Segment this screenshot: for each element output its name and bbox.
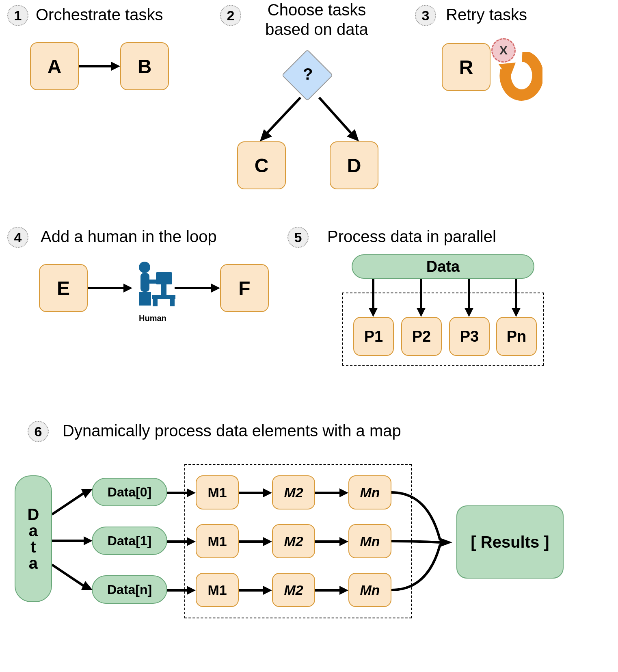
m1-rn: M1 bbox=[196, 573, 239, 607]
data-pill-s5: Data bbox=[352, 254, 534, 279]
svg-marker-25 bbox=[465, 308, 473, 317]
title-5: Process data in parallel bbox=[327, 228, 496, 246]
svg-marker-39 bbox=[339, 488, 348, 497]
task-b: B bbox=[120, 42, 169, 90]
m2-r0: M2 bbox=[272, 475, 315, 509]
task-p2: P2 bbox=[401, 317, 442, 356]
arrow-data-p1 bbox=[367, 279, 379, 317]
arrow-data-pn bbox=[510, 279, 522, 317]
task-pn: Pn bbox=[496, 317, 537, 356]
svg-point-9 bbox=[139, 262, 150, 273]
svg-marker-35 bbox=[187, 488, 196, 497]
rn-d-to-m1 bbox=[167, 584, 196, 596]
badge-4: 4 bbox=[7, 227, 28, 248]
arrow-data-p2 bbox=[415, 279, 427, 317]
badge-6: 6 bbox=[28, 421, 49, 442]
m1-r0: M1 bbox=[196, 475, 239, 509]
svg-marker-21 bbox=[369, 308, 378, 317]
retry-loop-icon bbox=[498, 52, 542, 101]
r0-m1-m2 bbox=[239, 487, 272, 499]
arrow-a-to-b bbox=[79, 60, 120, 72]
svg-rect-11 bbox=[139, 292, 151, 306]
task-f: F bbox=[220, 264, 269, 312]
rn-m2-mn bbox=[315, 584, 348, 596]
badge-3: 3 bbox=[415, 5, 436, 26]
svg-rect-14 bbox=[161, 284, 166, 296]
svg-marker-31 bbox=[84, 536, 93, 545]
svg-rect-13 bbox=[156, 272, 172, 284]
r0-m2-mn bbox=[315, 487, 348, 499]
arrow-diamond-to-d bbox=[311, 94, 364, 143]
badge-2: 2 bbox=[220, 5, 241, 26]
svg-line-2 bbox=[267, 98, 300, 133]
title-1: Orchestrate tasks bbox=[36, 6, 163, 24]
title-2: Choose tasks based on data bbox=[252, 0, 382, 39]
arrow-data-p3 bbox=[463, 279, 475, 317]
arrow-data-to-row0 bbox=[52, 486, 93, 518]
merge-curves bbox=[391, 483, 460, 601]
m2-rn: M2 bbox=[272, 573, 315, 607]
decision-label: ? bbox=[303, 65, 313, 83]
r1-m1-m2 bbox=[239, 535, 272, 548]
svg-line-28 bbox=[52, 493, 84, 514]
task-p3: P3 bbox=[449, 317, 490, 356]
results-box: [ Results ] bbox=[456, 505, 564, 579]
title-4: Add a human in the loop bbox=[41, 228, 217, 246]
m1-r1: M1 bbox=[196, 524, 239, 558]
svg-marker-45 bbox=[339, 537, 348, 546]
data-row-1: Data[1] bbox=[92, 527, 167, 555]
badge-5: 5 bbox=[287, 227, 309, 248]
svg-marker-43 bbox=[263, 537, 272, 546]
task-a: A bbox=[30, 42, 79, 90]
mn-rn: Mn bbox=[348, 573, 391, 607]
svg-marker-41 bbox=[187, 537, 196, 546]
r0-d-to-m1 bbox=[167, 487, 196, 499]
svg-line-4 bbox=[319, 98, 351, 133]
data-vertical-text: Data bbox=[28, 506, 39, 571]
svg-marker-1 bbox=[111, 62, 120, 71]
svg-rect-17 bbox=[170, 299, 175, 306]
title-3: Retry tasks bbox=[446, 6, 527, 24]
arrow-human-to-f bbox=[175, 282, 220, 294]
data-row-n: Data[n] bbox=[92, 575, 167, 604]
human-icon bbox=[127, 256, 176, 313]
svg-marker-51 bbox=[339, 586, 348, 595]
svg-marker-19 bbox=[211, 284, 220, 293]
badge-2-num: 2 bbox=[227, 8, 235, 24]
svg-marker-49 bbox=[263, 586, 272, 595]
title-6: Dynamically process data elements with a… bbox=[63, 422, 401, 440]
r1-m2-mn bbox=[315, 535, 348, 548]
badge-5-num: 5 bbox=[294, 230, 302, 245]
mn-r0: Mn bbox=[348, 475, 391, 509]
m2-r1: M2 bbox=[272, 524, 315, 558]
svg-marker-23 bbox=[417, 308, 426, 317]
data-vertical-pill: Data bbox=[15, 475, 52, 602]
task-d: D bbox=[330, 141, 378, 189]
badge-3-num: 3 bbox=[422, 8, 430, 24]
arrow-e-to-human bbox=[88, 282, 132, 294]
task-c: C bbox=[237, 141, 286, 189]
badge-6-num: 6 bbox=[35, 424, 42, 440]
svg-marker-37 bbox=[263, 488, 272, 497]
badge-1: 1 bbox=[7, 5, 28, 26]
task-p1: P1 bbox=[353, 317, 394, 356]
svg-marker-47 bbox=[187, 586, 196, 595]
task-e: E bbox=[39, 264, 88, 312]
svg-rect-15 bbox=[152, 295, 175, 299]
badge-1-num: 1 bbox=[14, 8, 22, 24]
mn-r1: Mn bbox=[348, 524, 391, 558]
svg-rect-16 bbox=[153, 299, 158, 306]
rn-m1-m2 bbox=[239, 584, 272, 596]
badge-4-num: 4 bbox=[14, 230, 22, 245]
svg-marker-52 bbox=[440, 538, 452, 547]
arrow-data-to-row1 bbox=[52, 535, 93, 547]
data-row-0: Data[0] bbox=[92, 478, 167, 506]
svg-marker-27 bbox=[512, 308, 521, 317]
arrow-diamond-to-c bbox=[256, 94, 309, 143]
task-r: R bbox=[442, 43, 491, 91]
r1-d-to-m1 bbox=[167, 535, 196, 548]
arrow-data-to-rown bbox=[52, 561, 93, 593]
svg-line-32 bbox=[52, 565, 84, 586]
human-label: Human bbox=[139, 314, 166, 323]
